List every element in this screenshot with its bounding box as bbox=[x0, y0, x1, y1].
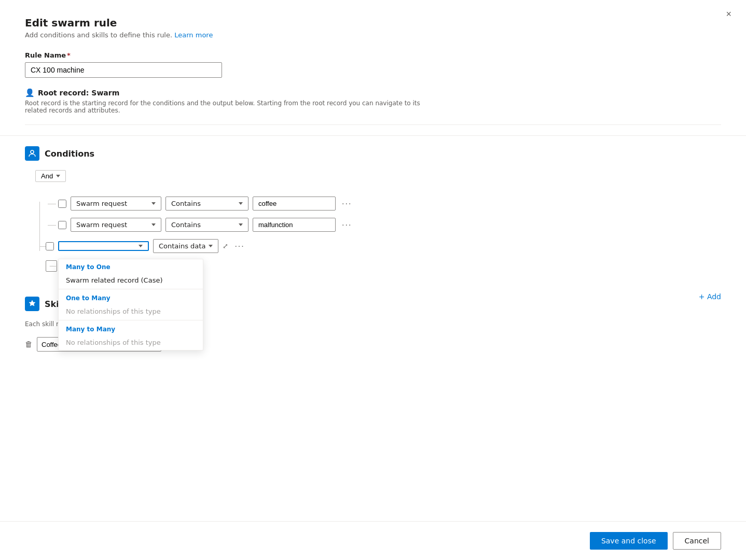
op-chevron-icon bbox=[239, 202, 243, 205]
condition-2-checkbox[interactable] bbox=[58, 221, 66, 229]
rule-name-input[interactable] bbox=[25, 62, 222, 78]
many-to-one-section-label: Many to One bbox=[59, 259, 203, 273]
dropdown-item-no-many-to-many: No relationships of this type bbox=[59, 335, 203, 350]
field-3-chevron-icon bbox=[139, 245, 143, 247]
delete-skill-icon[interactable]: 🗑 bbox=[25, 340, 33, 349]
dropdown-divider-2 bbox=[59, 320, 203, 320]
section-divider bbox=[0, 135, 746, 136]
conditions-icon bbox=[25, 146, 39, 161]
skills-icon bbox=[25, 297, 39, 311]
condition-row-1: Swarm request Contains ··· bbox=[58, 197, 721, 211]
expand-icon[interactable]: ⤢ bbox=[223, 242, 228, 250]
tree-line-4 bbox=[50, 266, 56, 267]
tree-line bbox=[39, 202, 40, 251]
page-title: Edit swarm rule bbox=[25, 17, 721, 29]
required-indicator: * bbox=[67, 51, 71, 59]
field-dropdown-menu: Many to One Swarm related record (Case) … bbox=[58, 259, 203, 351]
modal-container: × Edit swarm rule Add conditions and ski… bbox=[0, 0, 746, 560]
condition-1-value[interactable] bbox=[253, 197, 336, 211]
condition-3-operator[interactable]: Contains data bbox=[153, 239, 218, 253]
condition-1-checkbox[interactable] bbox=[58, 200, 66, 208]
and-badge[interactable]: And bbox=[35, 170, 66, 182]
many-to-many-section-label: Many to Many bbox=[59, 321, 203, 335]
root-record-description: Root record is the starting record for t… bbox=[25, 100, 430, 114]
conditions-area: And Swarm request Contains bbox=[35, 170, 721, 272]
condition-2-operator[interactable]: Contains bbox=[165, 218, 248, 232]
contains-data-chevron-icon bbox=[209, 245, 213, 247]
one-to-many-section-label: One to Many bbox=[59, 290, 203, 304]
condition-2-field[interactable]: Swarm request bbox=[71, 218, 161, 232]
close-button[interactable]: × bbox=[726, 9, 731, 19]
field-2-chevron-icon bbox=[151, 223, 156, 226]
save-close-button[interactable]: Save and close bbox=[590, 532, 668, 550]
dropdown-item-no-one-to-many: No relationships of this type bbox=[59, 304, 203, 319]
condition-3-checkbox[interactable] bbox=[46, 242, 54, 250]
root-record-label: 👤 Root record: Swarm bbox=[25, 88, 721, 97]
and-chevron-icon bbox=[56, 175, 60, 177]
dropdown-item-swarm-related[interactable]: Swarm related record (Case) bbox=[59, 273, 203, 288]
dropdown-divider-1 bbox=[59, 289, 203, 289]
condition-1-more-button[interactable]: ··· bbox=[340, 198, 354, 209]
root-record-section: 👤 Root record: Swarm Root record is the … bbox=[25, 88, 721, 125]
condition-3-more-button[interactable]: ··· bbox=[232, 241, 246, 252]
person-icon: 👤 bbox=[25, 88, 35, 97]
add-skill-button[interactable]: + Add bbox=[699, 292, 721, 301]
condition-1-field[interactable]: Swarm request bbox=[71, 197, 161, 211]
op-2-chevron-icon bbox=[239, 223, 243, 226]
field-chevron-icon bbox=[151, 202, 156, 205]
condition-1-operator[interactable]: Contains bbox=[165, 197, 248, 211]
conditions-section-header: Conditions bbox=[25, 146, 721, 161]
rule-name-label: Rule Name* bbox=[25, 51, 721, 59]
page-subtitle: Add conditions and skills to define this… bbox=[25, 31, 721, 39]
condition-2-more-button[interactable]: ··· bbox=[340, 219, 354, 231]
learn-more-link[interactable]: Learn more bbox=[174, 31, 213, 39]
cancel-button[interactable]: Cancel bbox=[673, 532, 721, 550]
tree-horizontal-line-3 bbox=[39, 246, 46, 247]
condition-row-2: Swarm request Contains ··· bbox=[58, 218, 721, 232]
conditions-title: Conditions bbox=[45, 149, 94, 159]
footer-buttons: Save and close Cancel bbox=[0, 521, 746, 560]
condition-row-3: Contains data ⤢ ··· Many to One Swarm re… bbox=[46, 239, 721, 253]
svg-point-0 bbox=[31, 150, 34, 153]
condition-2-value[interactable] bbox=[253, 218, 336, 232]
condition-3-field[interactable] bbox=[58, 241, 149, 251]
conditions-tree: Swarm request Contains ··· Swarm request bbox=[46, 197, 721, 272]
